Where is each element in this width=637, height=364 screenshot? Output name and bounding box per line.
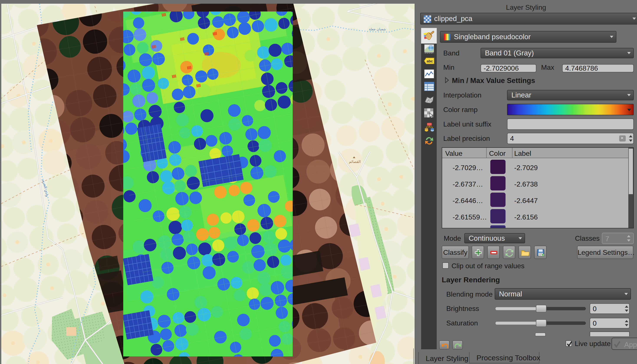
svg-text:القصائم: القصائم [349,160,361,164]
svg-text:شعبان جعلة: شعبان جعلة [369,27,386,31]
svg-text:abc: abc [427,59,433,63]
